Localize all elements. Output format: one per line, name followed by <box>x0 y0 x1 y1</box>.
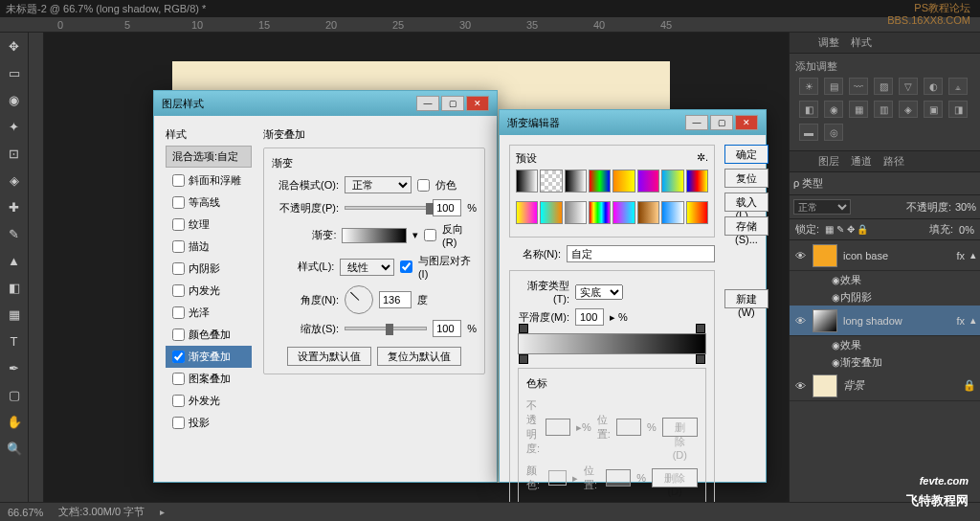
tab-layers[interactable]: 图层 <box>818 154 839 169</box>
preset-swatch[interactable] <box>589 201 611 224</box>
blend-mode-select[interactable]: 正常 <box>345 176 412 193</box>
new-button[interactable]: 新建(W) <box>724 289 768 308</box>
preset-swatch[interactable] <box>540 201 562 224</box>
tab-channels[interactable]: 通道 <box>851 154 872 169</box>
gradient-tool[interactable]: ▦ <box>4 305 25 324</box>
style-outer-glow[interactable]: 外发光 <box>166 390 252 412</box>
contour-checkbox[interactable] <box>172 196 185 209</box>
color-overlay-checkbox[interactable] <box>172 328 185 341</box>
layer-background[interactable]: 👁背景🔒 <box>790 371 980 401</box>
close-icon[interactable]: ✕ <box>735 115 758 130</box>
adj-selective[interactable]: ◎ <box>824 124 843 141</box>
preset-swatch[interactable] <box>661 170 683 193</box>
pen-tool[interactable]: ✒ <box>4 358 25 377</box>
align-checkbox[interactable] <box>400 260 412 273</box>
preset-swatch[interactable] <box>637 201 659 224</box>
preset-swatch[interactable] <box>612 201 635 224</box>
gradient-preview[interactable] <box>518 333 706 354</box>
maximize-icon[interactable]: ▢ <box>710 115 733 130</box>
adj-mixer[interactable]: ▦ <box>849 101 868 118</box>
opacity-stop-left[interactable] <box>519 324 528 333</box>
adj-hue[interactable]: ◐ <box>924 78 943 95</box>
preset-swatch[interactable] <box>612 170 635 193</box>
style-satin[interactable]: 光泽 <box>166 302 252 324</box>
eye-icon[interactable]: 👁 <box>793 315 807 327</box>
outer-glow-checkbox[interactable] <box>172 395 185 407</box>
scale-input[interactable] <box>433 320 461 337</box>
pattern-overlay-checkbox[interactable] <box>172 373 185 385</box>
layer-long-shadow[interactable]: 👁long shadowfx ▴ <box>790 306 980 336</box>
preset-swatch[interactable] <box>516 170 538 193</box>
heal-tool[interactable]: ✚ <box>4 197 25 216</box>
style-pattern-overlay[interactable]: 图案叠加 <box>166 368 252 390</box>
fx-effects[interactable]: ◉ 效果 <box>790 336 980 353</box>
eraser-tool[interactable]: ◧ <box>4 278 25 297</box>
adj-bw[interactable]: ◧ <box>799 101 818 118</box>
inner-shadow-checkbox[interactable] <box>172 262 185 275</box>
adj-brightness[interactable]: ☀ <box>799 78 818 95</box>
ok-button[interactable]: 确定 <box>724 145 768 164</box>
drop-shadow-checkbox[interactable] <box>172 417 185 429</box>
preset-swatch[interactable] <box>589 170 611 193</box>
tab-styles[interactable]: 样式 <box>851 35 872 50</box>
layer-opacity[interactable]: 30% <box>955 201 976 213</box>
adj-balance[interactable]: ⟁ <box>948 78 968 95</box>
adj-photo-filter[interactable]: ◉ <box>824 101 843 118</box>
style-contour[interactable]: 等高线 <box>166 192 252 214</box>
tab-adjustments[interactable]: 调整 <box>818 35 839 50</box>
gradient-type-select[interactable]: 实底 <box>575 284 623 300</box>
style-inner-glow[interactable]: 内发光 <box>166 280 252 302</box>
style-gradient-overlay[interactable]: 渐变叠加 <box>166 346 252 368</box>
maximize-icon[interactable]: ▢ <box>441 96 464 111</box>
adj-exposure[interactable]: ▨ <box>874 78 893 95</box>
style-select[interactable]: 线性 <box>340 259 394 276</box>
preset-swatch[interactable] <box>516 201 538 224</box>
style-bevel[interactable]: 斜面和浮雕 <box>166 170 252 192</box>
preset-swatch[interactable] <box>661 201 683 224</box>
angle-input[interactable] <box>379 291 412 308</box>
adj-lookup[interactable]: ▥ <box>874 101 893 118</box>
zoom-tool[interactable]: 🔍 <box>4 439 25 458</box>
shape-tool[interactable]: ▢ <box>4 385 25 404</box>
preset-swatch[interactable] <box>637 170 659 193</box>
brush-tool[interactable]: ✎ <box>4 224 25 243</box>
stamp-tool[interactable]: ▲ <box>4 251 25 270</box>
fx-gradient-overlay[interactable]: ◉ 渐变叠加 <box>790 353 980 371</box>
eye-icon[interactable]: 👁 <box>793 250 807 261</box>
style-stroke[interactable]: 描边 <box>166 236 252 258</box>
preset-swatch[interactable] <box>565 201 587 224</box>
fx-effects[interactable]: ◉ 效果 <box>790 271 980 288</box>
name-input[interactable] <box>567 245 715 262</box>
opacity-stop-right[interactable] <box>696 324 705 333</box>
blend-mode-select[interactable]: 正常 <box>793 199 851 215</box>
adj-curves[interactable]: 〰 <box>849 78 868 95</box>
eyedropper-tool[interactable]: ◈ <box>4 170 25 190</box>
layer-thumb[interactable] <box>813 374 837 397</box>
adj-gradient-map[interactable]: ▬ <box>799 124 818 141</box>
gear-icon[interactable]: ✲. <box>697 151 708 166</box>
layer-thumb[interactable] <box>813 309 837 332</box>
smoothness-input[interactable] <box>575 308 604 326</box>
reset-button[interactable]: 复位 <box>724 169 768 188</box>
marquee-tool[interactable]: ▭ <box>4 63 25 82</box>
layer-fill[interactable]: 0% <box>959 224 974 236</box>
gradient-picker[interactable] <box>342 228 407 243</box>
lasso-tool[interactable]: ◉ <box>4 90 25 109</box>
opacity-input[interactable] <box>433 199 461 216</box>
scale-slider[interactable] <box>345 327 427 330</box>
layer-thumb[interactable] <box>813 244 837 267</box>
zoom-level[interactable]: 66.67% <box>8 507 43 518</box>
gradient-overlay-checkbox[interactable] <box>172 351 185 363</box>
wand-tool[interactable]: ✦ <box>4 117 25 136</box>
preset-swatch[interactable] <box>565 170 587 193</box>
set-default-button[interactable]: 设置为默认值 <box>287 347 371 366</box>
preset-swatch[interactable] <box>540 170 562 193</box>
minimize-icon[interactable]: — <box>416 96 439 111</box>
adj-invert[interactable]: ◈ <box>899 101 918 118</box>
style-texture[interactable]: 纹理 <box>166 214 252 236</box>
tab-paths[interactable]: 路径 <box>883 154 904 169</box>
crop-tool[interactable]: ⊡ <box>4 144 25 163</box>
move-tool[interactable]: ✥ <box>4 36 25 56</box>
inner-glow-checkbox[interactable] <box>172 284 185 297</box>
texture-checkbox[interactable] <box>172 218 185 231</box>
